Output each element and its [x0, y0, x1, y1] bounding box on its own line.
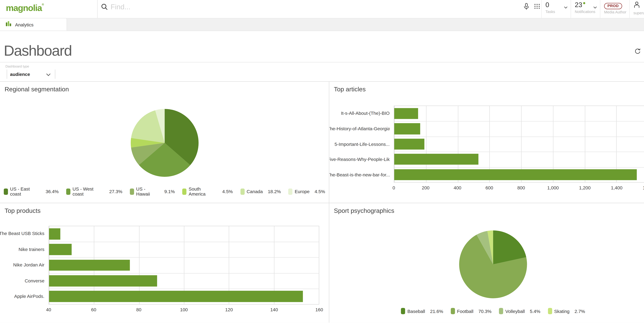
legend-item-baseball: Baseball21.6% [401, 308, 443, 314]
refresh-icon[interactable] [634, 48, 641, 56]
tab-label: Analytics [15, 22, 34, 27]
tick-label: 1,600 [643, 185, 644, 190]
tick-label: 160 [316, 307, 323, 312]
gridline [394, 121, 644, 122]
legend-swatch [548, 308, 552, 314]
person-icon [634, 2, 640, 10]
legend-regional: US - East coast36.4%US - West coast27.3%… [0, 186, 329, 196]
legend-item-us-east-coast: US - East coast36.4% [4, 186, 58, 196]
search-input[interactable] [108, 2, 401, 12]
legend-swatch [182, 188, 187, 195]
page-header: Dashboard [0, 31, 644, 62]
legend-value: 9.1% [164, 189, 175, 194]
category-label: The Beast USB Sticks [0, 226, 44, 242]
gridline [394, 152, 644, 152]
panel-title: Top articles [329, 82, 644, 93]
gridline [319, 226, 319, 304]
legend-value: 5.4% [530, 308, 540, 314]
bar-five-reasons-why-people-like-[interactable] [394, 154, 478, 165]
environment-label: Media Author [604, 10, 627, 14]
category-label: The-Beast-is-the-new-bar-for... [329, 167, 390, 183]
gridline [49, 242, 319, 242]
page-title: Dashboard [4, 43, 72, 58]
legend-label: US - East coast [10, 186, 40, 196]
bar-the-beast-is-the-new-bar-for-[interactable] [394, 169, 637, 180]
legend-label: South America [189, 186, 217, 196]
tick-label: 40 [46, 307, 51, 312]
tick-label: 400 [454, 185, 461, 190]
bar-the-beast-usb-sticks[interactable] [49, 228, 60, 240]
gridline [49, 288, 319, 289]
panel-top-articles: Top articles It-s-All-About-(The)-BIOThe… [329, 82, 644, 203]
legend-value: 70.3% [478, 308, 491, 314]
category-label: It-s-All-About-(The)-BIO [329, 106, 390, 121]
legend-item-us-west-coast: US - West coast27.3% [66, 186, 122, 196]
app-grid-icon[interactable] [533, 2, 541, 12]
legend-swatch [451, 308, 455, 314]
tasks-menu[interactable]: 0 Tasks [541, 0, 570, 18]
legend-label: Volleyball [505, 308, 525, 314]
panel-title: Regional segmentation [0, 82, 329, 93]
dashboard-filter-row: Dashboard type audience [0, 62, 644, 82]
bar-it-s-all-about-the-bio[interactable] [394, 108, 418, 119]
search-bar [98, 0, 522, 18]
legend-swatch [499, 308, 503, 314]
legend-item-europe: Europe4.5% [288, 188, 325, 195]
panel-regional-segmentation: Regional segmentation US - East coast36.… [0, 82, 329, 203]
bar-5-important-life-lessons-[interactable] [394, 139, 424, 150]
legend-label: Baseball [408, 308, 425, 314]
tick-label: 800 [517, 185, 525, 190]
tick-label: 200 [422, 185, 430, 190]
tab-analytics[interactable]: Analytics [0, 18, 67, 30]
legend-item-south-america: South America4.5% [182, 186, 233, 196]
mic-icon[interactable] [522, 2, 530, 12]
panel-top-products: Top products The Beast USB SticksNike tr… [0, 203, 329, 322]
x-axis-labels: 02004006008001,0001,2001,4001,600 [394, 185, 644, 191]
pie-chart-regional [0, 108, 329, 177]
magnolia-logo[interactable]: magnolia ® [0, 0, 98, 18]
environment-block: PROD Media Author [600, 0, 629, 18]
gridline [394, 167, 644, 167]
bar-apple-airpods-[interactable] [49, 291, 303, 302]
legend-swatch [4, 188, 8, 195]
tick-label: 100 [180, 307, 188, 312]
legend-swatch [401, 308, 405, 314]
legend-label: Football [457, 308, 473, 314]
environment-badge: PROD [604, 3, 622, 9]
chevron-down-icon [46, 70, 50, 78]
category-label: Nike trainers [0, 242, 44, 257]
bar-nike-trainers[interactable] [49, 244, 72, 255]
legend-value: 21.6% [430, 308, 443, 314]
notifications-menu[interactable]: 23 Notifications [570, 0, 600, 18]
bar-plot-top-articles [394, 106, 644, 182]
top-bar: magnolia ® [0, 0, 644, 18]
bar-converse[interactable] [49, 275, 157, 286]
tick-label: 120 [225, 307, 233, 312]
panel-title: Top products [0, 203, 329, 214]
dashboard-type-select[interactable]: audience [7, 70, 55, 79]
legend-sport: Baseball21.6%Football70.3%Volleyball5.4%… [329, 308, 644, 314]
tick-label: 1,000 [547, 185, 559, 190]
chevron-down-icon [564, 3, 568, 10]
gridline [394, 136, 644, 137]
panel-sport-psychographics: Sport psychographics Baseball21.6%Footba… [329, 203, 644, 322]
legend-value: 27.3% [109, 189, 122, 194]
legend-swatch [288, 188, 293, 195]
category-label: Nike Jordan Air [0, 257, 44, 273]
category-label: Five-Reasons-Why-People-Like... [329, 152, 390, 167]
legend-value: 4.5% [222, 189, 233, 194]
x-axis-labels: 406080100120140160 [48, 307, 319, 313]
legend-item-us-hawaii: US - Hawaii9.1% [130, 186, 175, 196]
user-menu[interactable]: superuser [629, 0, 644, 18]
legend-value: 18.2% [268, 189, 281, 194]
y-axis-labels: It-s-All-About-(The)-BIOThe-History-of-A… [329, 106, 392, 182]
legend-label: Europe [295, 189, 310, 194]
bar-the-history-of-atlanta-georgia-[interactable] [394, 124, 420, 134]
tick-label: 0 [392, 185, 395, 190]
tick-label: 1,400 [611, 185, 622, 190]
bar-chart-icon [6, 20, 12, 28]
dashboard-type-value: audience [10, 72, 30, 77]
bar-nike-jordan-air[interactable] [49, 260, 130, 271]
panel-title: Sport psychographics [329, 203, 644, 214]
tick-label: 140 [270, 307, 278, 312]
